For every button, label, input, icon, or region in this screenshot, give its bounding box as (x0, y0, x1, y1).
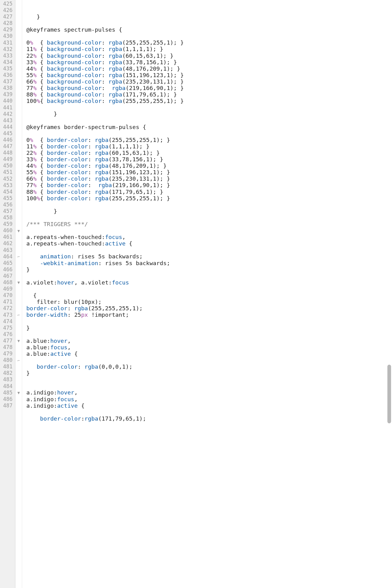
line-number: 475 (0, 325, 15, 331)
code-line[interactable] (26, 286, 392, 292)
line-number: 425 (0, 1, 15, 7)
line-number: 473 (0, 312, 15, 318)
code-line[interactable]: 77% { border-color: rgba(219,166,90,1); … (26, 182, 392, 188)
code-line[interactable]: 44% { background-color: rgba(48,176,209,… (26, 65, 392, 72)
code-line[interactable]: 100%{ border-color: rgba(255,255,255,1);… (26, 195, 392, 202)
code-line[interactable]: animation: rises 5s backwards; (26, 253, 392, 260)
line-number: 462 (0, 240, 15, 247)
code-line[interactable]: @keyframes spectrum-pulses { (26, 26, 392, 33)
code-line[interactable]: 22% { background-color: rgba(60,15,63,1)… (26, 53, 392, 59)
code-line[interactable] (26, 273, 392, 279)
code-line[interactable]: 55% { background-color: rgba(151,196,123… (26, 72, 392, 78)
code-line[interactable]: /*** TRIGGERS ***/ (26, 221, 392, 227)
fold-open-icon[interactable]: ▼ (17, 280, 21, 285)
line-number: 444 (0, 124, 15, 130)
line-number: 451 (0, 169, 15, 175)
code-line[interactable]: border-width: 25px !important; (26, 312, 392, 318)
code-line[interactable] (26, 117, 392, 124)
line-number: 460 (0, 227, 15, 234)
code-line[interactable]: 0% { background-color: rgba(255,255,255,… (26, 39, 392, 46)
line-number: 448 (0, 150, 15, 156)
line-number: 446 (0, 137, 15, 143)
code-line[interactable] (26, 104, 392, 111)
code-line[interactable] (26, 409, 392, 415)
code-line[interactable]: } (26, 266, 392, 273)
code-line[interactable]: a.blue:focus, (26, 344, 392, 351)
fold-open-icon[interactable]: ▼ (17, 391, 21, 395)
code-line[interactable] (26, 247, 392, 253)
code-line[interactable]: @keyframes border-spectrum-pulses { (26, 124, 392, 130)
code-line[interactable]: 88% { border-color: rgba(171,79,65,1); } (26, 189, 392, 195)
line-number: 440 (0, 98, 15, 104)
code-line[interactable]: 55% { border-color: rgba(151,196,123,1);… (26, 169, 392, 175)
code-line[interactable]: -webkit-animation: rises 5s backwards; (26, 260, 392, 266)
line-number: 432 (0, 46, 15, 53)
fold-close-icon[interactable]: ⌐ (17, 359, 21, 363)
line-number: 483 (0, 376, 15, 383)
code-line[interactable]: 88% { background-color: rgba(171,79,65,1… (26, 91, 392, 98)
vertical-scrollbar[interactable] (387, 0, 391, 588)
code-line[interactable]: 66% { background-color: rgba(235,230,131… (26, 78, 392, 85)
fold-close-icon[interactable]: ⌐ (17, 313, 21, 317)
code-line[interactable] (26, 33, 392, 39)
line-number: 438 (0, 85, 15, 91)
code-line[interactable] (26, 227, 392, 234)
code-line[interactable]: a.blue:hover, (26, 338, 392, 344)
code-line[interactable] (26, 357, 392, 363)
code-line[interactable] (26, 331, 392, 338)
code-line[interactable]: 66% { border-color: rgba(235,230,131,1);… (26, 175, 392, 182)
code-line[interactable] (26, 214, 392, 221)
code-line[interactable]: 0% { border-color: rgba(255,255,255,1); … (26, 137, 392, 143)
code-line[interactable]: a.indigo:active { (26, 402, 392, 409)
code-line[interactable]: border-color: rgba(255,255,255,1); (26, 305, 392, 312)
code-line[interactable]: border-color:rgba(171,79,65,1); (26, 415, 392, 422)
code-line[interactable]: a.indigo:focus, (26, 396, 392, 402)
line-number: 434 (0, 59, 15, 65)
code-line[interactable]: a.violet:hover, a.violet:focus (26, 279, 392, 286)
fold-close-icon[interactable]: ⌐ (17, 255, 21, 259)
code-line[interactable] (26, 318, 392, 324)
fold-open-icon[interactable]: ▼ (17, 339, 21, 343)
code-line[interactable]: a.repeats-when-touched:focus, (26, 234, 392, 240)
code-line[interactable]: 100%{ background-color: rgba(255,255,255… (26, 98, 392, 104)
code-line[interactable]: border-color: rgba(0,0,0,1); (26, 363, 392, 370)
code-line[interactable]: } (26, 111, 392, 117)
line-number: 469 (0, 286, 15, 292)
fold-column: ▼⌐▼⌐▼⌐▼ (15, 0, 22, 588)
line-number: 447 (0, 143, 15, 150)
line-number: 435 (0, 65, 15, 72)
line-number: 441 (0, 104, 15, 111)
code-line[interactable]: 11% { border-color: rgba(1,1,1,1); } (26, 143, 392, 150)
code-line[interactable]: 44% { border-color: rgba(48,176,209,1); … (26, 163, 392, 169)
line-number: 454 (0, 189, 15, 195)
scrollbar-thumb[interactable] (387, 365, 391, 423)
code-line[interactable]: { (26, 292, 392, 299)
code-area[interactable]: } @keyframes spectrum-pulses { 0% { back… (22, 0, 392, 588)
code-line[interactable]: 22% { border-color: rgba(60,15,63,1); } (26, 150, 392, 156)
line-number: 478 (0, 344, 15, 351)
line-number: 431 (0, 40, 15, 46)
line-number: 484 (0, 383, 15, 390)
line-number: 471 (0, 299, 15, 305)
code-line[interactable]: } (26, 208, 392, 214)
code-line[interactable]: 33% { background-color: rgba(33,78,156,1… (26, 59, 392, 65)
code-line[interactable]: a.blue:active { (26, 351, 392, 357)
line-number: 480 (0, 357, 15, 363)
code-line[interactable] (26, 20, 392, 26)
code-line[interactable]: a.repeats-when-touched:active { (26, 240, 392, 247)
code-line[interactable] (26, 383, 392, 389)
code-line[interactable] (26, 130, 392, 137)
code-line[interactable]: a.indigo:hover, (26, 389, 392, 396)
code-line[interactable]: 11% { background-color: rgba(1,1,1,1); } (26, 46, 392, 52)
code-line[interactable]: } (26, 14, 392, 20)
code-line[interactable] (26, 202, 392, 208)
line-number: 481 (0, 363, 15, 370)
code-line[interactable] (26, 376, 392, 383)
code-line[interactable]: filter: blur(10px); (26, 299, 392, 305)
fold-open-icon[interactable]: ▼ (17, 229, 21, 233)
code-line[interactable]: 77% { background-color: rgba(219,166,90,… (26, 85, 392, 91)
code-line[interactable]: } (26, 370, 392, 376)
code-line[interactable]: } (26, 325, 392, 331)
line-number: 428 (0, 20, 15, 26)
code-line[interactable]: 33% { border-color: rgba(33,78,156,1); } (26, 156, 392, 163)
